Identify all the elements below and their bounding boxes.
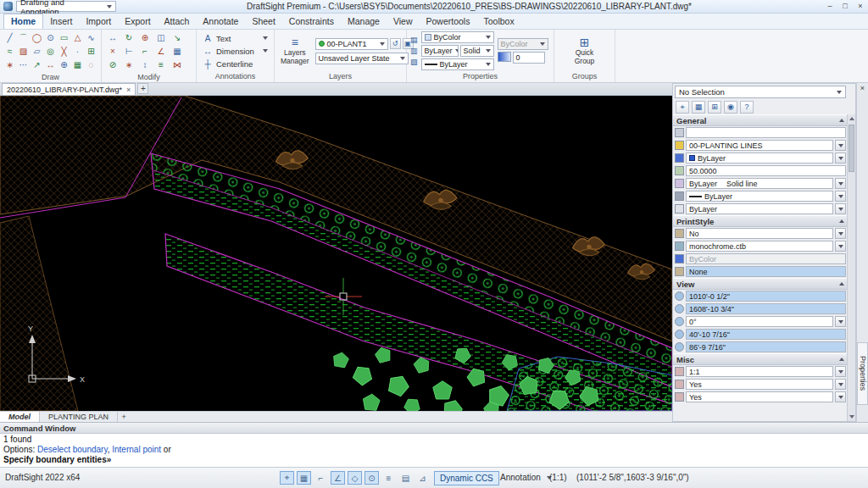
dimension-button[interactable]: ↔ Dimension: [200, 45, 270, 57]
linescale-field[interactable]: 50.0000: [686, 165, 846, 176]
extend-icon[interactable]: ⊢: [121, 45, 136, 58]
transparency-dropdown-button[interactable]: [835, 203, 846, 214]
drawing-viewport[interactable]: Y X: [0, 96, 672, 411]
select-all-icon[interactable]: ⊞: [708, 101, 721, 114]
layers-manager-button[interactable]: ≡ Layers Manager: [278, 35, 312, 68]
tab-attach[interactable]: Attach: [158, 14, 197, 29]
maximize-button[interactable]: □: [837, 1, 853, 13]
transparency-value-field[interactable]: 0: [513, 52, 545, 64]
view-center-x-field[interactable]: 1010'-0 1/2": [686, 291, 846, 302]
annotation-scale-selector[interactable]: Annotation: [500, 473, 552, 482]
view-width-field[interactable]: 86'-9 7/16": [686, 341, 846, 352]
centerline-button[interactable]: ┼ Centerline: [200, 58, 270, 69]
printstyle-table-field[interactable]: monochrome.ctb: [686, 241, 833, 252]
lineweight-selector[interactable]: ByLayer: [421, 58, 494, 70]
layer-selector[interactable]: 00-PLANT1: [315, 38, 388, 50]
boundary-icon[interactable]: ⊕: [58, 58, 70, 71]
grid-icon[interactable]: ▦: [297, 471, 311, 485]
layer-previous-icon[interactable]: ↺: [390, 38, 401, 49]
pin-icon[interactable]: ◉: [724, 101, 737, 114]
ucs-icon-visible-dropdown-button[interactable]: [835, 379, 846, 390]
layer-state-selector[interactable]: Unsaved Layer State: [315, 53, 409, 64]
text-button[interactable]: A Text: [200, 32, 270, 44]
scale-icon[interactable]: ↘: [170, 31, 185, 44]
multiple-points-icon[interactable]: ⋯: [17, 58, 30, 71]
close-button[interactable]: ×: [853, 1, 868, 13]
transparency-slider-icon[interactable]: [498, 52, 511, 62]
pick-entities-icon[interactable]: ⌖: [676, 101, 689, 114]
minimize-button[interactable]: –: [822, 1, 837, 13]
linestyle-dropdown-button[interactable]: [835, 178, 846, 189]
command-window[interactable]: Command Window 1 found Options: Deselect…: [0, 422, 868, 467]
match-properties-icon[interactable]: ▤: [410, 36, 418, 44]
properties-side-tab[interactable]: Properties: [857, 342, 868, 405]
linecolor-field[interactable]: ByLayer: [686, 152, 833, 164]
table-icon[interactable]: ⊞: [85, 45, 97, 58]
region-icon[interactable]: ▱: [31, 45, 43, 58]
lineweight-field[interactable]: ByLayer: [686, 191, 833, 202]
panel-close-icon[interactable]: ×: [857, 83, 868, 94]
infinite-line-icon[interactable]: ↔: [44, 58, 57, 71]
arc-icon[interactable]: ⌒: [17, 31, 30, 44]
lineweight-icon[interactable]: ≡: [381, 471, 396, 485]
annotation-scale-dropdown-button[interactable]: [835, 366, 846, 377]
quick-select-icon[interactable]: ▦: [692, 101, 705, 114]
close-tab-icon[interactable]: ×: [126, 86, 131, 94]
stretch-icon[interactable]: ↕: [137, 58, 153, 71]
center-circle-icon[interactable]: ⊙: [44, 31, 57, 44]
circle-icon[interactable]: ◯: [31, 31, 43, 44]
tab-annotate[interactable]: Annotate: [196, 14, 245, 29]
rectangle-icon[interactable]: ▭: [58, 31, 70, 44]
ray-icon[interactable]: ↗: [31, 58, 43, 71]
hyperlink-field[interactable]: [686, 127, 846, 138]
linestyle-name-selector[interactable]: Solid: [460, 45, 494, 57]
layer-field[interactable]: 00-PLANTING LINES: [686, 140, 833, 151]
drawing-canvas[interactable]: Y X: [0, 96, 672, 411]
tab-import[interactable]: Import: [79, 14, 118, 29]
polygon-icon[interactable]: △: [71, 31, 84, 44]
explode-icon[interactable]: ∗: [121, 58, 136, 71]
tab-home[interactable]: Home: [3, 14, 43, 29]
linecolor-dropdown-button[interactable]: [835, 152, 846, 164]
revision-cloud-icon[interactable]: ≈: [3, 45, 16, 58]
tab-toolbox[interactable]: Toolbox: [476, 14, 520, 29]
tab-export[interactable]: Export: [118, 14, 157, 29]
printstyle-field[interactable]: No: [686, 228, 833, 239]
pattern-icon[interactable]: ▦: [170, 45, 185, 58]
document-tab[interactable]: 20220610_LIBRARY-PLANT.dwg* ×: [2, 83, 136, 95]
view-color-selector[interactable]: ByColor: [498, 38, 548, 50]
section-printstyle[interactable]: PrintStyle: [673, 215, 848, 227]
fillet-icon[interactable]: ⌐: [137, 45, 153, 58]
ring-icon[interactable]: ◎: [44, 45, 57, 58]
copy-icon[interactable]: ⊕: [137, 31, 153, 44]
point-cross-icon[interactable]: ╳: [58, 45, 70, 58]
trim-icon[interactable]: ×: [105, 45, 120, 58]
delete-icon[interactable]: ⊘: [105, 58, 120, 71]
snap-icon[interactable]: ⌖: [280, 471, 294, 485]
tab-manage[interactable]: Manage: [341, 14, 387, 29]
tab-sheet[interactable]: Sheet: [245, 14, 281, 29]
printstyle-mode-field[interactable]: None: [686, 266, 846, 277]
lineweight-dropdown-button[interactable]: [835, 191, 846, 202]
esnap-icon[interactable]: ◇: [348, 471, 362, 485]
printstyle-table-dropdown-button[interactable]: [835, 241, 846, 252]
view-center-y-field[interactable]: 1608'-10 3/4": [686, 303, 846, 314]
spline-icon[interactable]: ∿: [85, 31, 97, 44]
layer-dropdown-button[interactable]: [835, 140, 846, 151]
ucs-icon-visible-field[interactable]: Yes: [686, 379, 833, 390]
weld-icon[interactable]: ⋈: [170, 58, 185, 71]
hatch-icon[interactable]: ▨: [17, 45, 30, 58]
ortho-icon[interactable]: ⌐: [314, 471, 328, 485]
transparency-field[interactable]: ByLayer: [686, 203, 833, 214]
tab-powertools[interactable]: Powertools: [420, 14, 477, 29]
new-document-button[interactable]: +: [137, 83, 148, 94]
scroll-up-icon[interactable]: [848, 114, 855, 123]
copy-properties-icon[interactable]: ▥: [410, 47, 418, 55]
command-prompt[interactable]: Specify boundary entities»: [0, 454, 868, 464]
scrollbar-thumb[interactable]: [849, 125, 854, 172]
ucs-origin-field[interactable]: Yes: [686, 391, 833, 402]
view-height-field[interactable]: 40'-10 7/16": [686, 329, 846, 340]
rotate-icon[interactable]: ↻: [121, 31, 136, 44]
line-icon[interactable]: ╱: [3, 31, 16, 44]
mesh-icon[interactable]: ▦: [71, 58, 84, 71]
